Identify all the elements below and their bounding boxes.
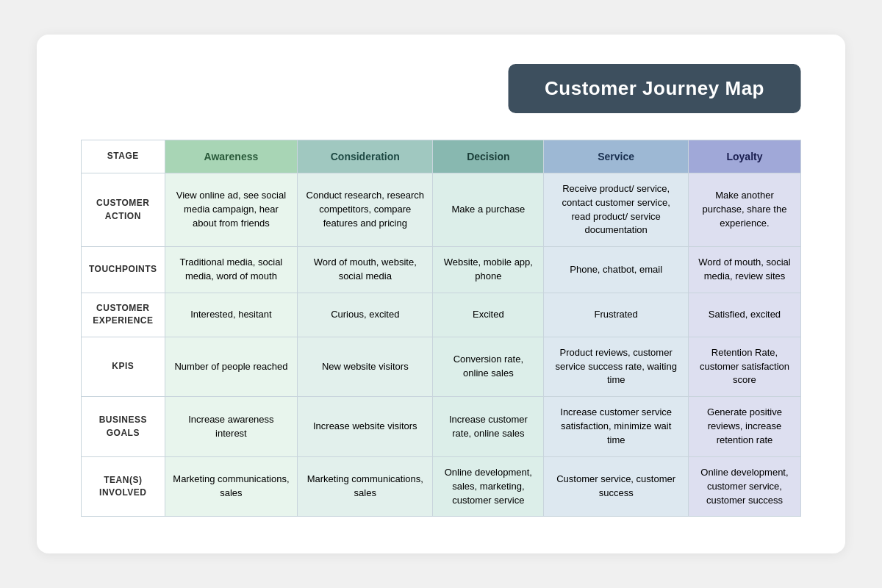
table-row: CUSTOMER ACTIONView online ad, see socia…: [82, 173, 801, 246]
table-row: CUSTOMER EXPERIENCEInterested, hesitantC…: [82, 293, 801, 337]
title-box: Customer Journey Map: [508, 64, 801, 113]
table-cell: Online development, sales, marketing, cu…: [433, 456, 544, 517]
col-header-service: Service: [544, 140, 689, 173]
journey-map-table: STAGE Awareness Consideration Decision S…: [81, 140, 801, 517]
table-cell: Increase customer rate, online sales: [433, 397, 544, 457]
stage-header: STAGE: [82, 140, 165, 173]
table-cell: Curious, excited: [298, 293, 433, 337]
table-cell: New website visitors: [298, 337, 433, 397]
table-cell: Customer service, customer success: [544, 456, 689, 517]
table-cell: Number of people reached: [165, 337, 298, 397]
table-row: KPISNumber of people reachedNew website …: [82, 337, 801, 397]
table-cell: Make a purchase: [433, 173, 544, 246]
table-cell: Marketing communications, sales: [165, 456, 298, 517]
table-cell: View online ad, see social media campaig…: [165, 173, 298, 246]
table-cell: Frustrated: [544, 293, 689, 337]
col-header-consideration: Consideration: [298, 140, 433, 173]
table-cell: Conduct research, research competitors, …: [298, 173, 433, 246]
row-label: CUSTOMER EXPERIENCE: [82, 293, 165, 337]
table-row: BUSINESS GOALSIncrease awareness interes…: [82, 397, 801, 457]
row-label: KPIS: [82, 337, 165, 397]
col-header-loyalty: Loyalty: [688, 140, 800, 173]
table-cell: Phone, chatbot, email: [544, 247, 689, 293]
table-cell: Marketing communications, sales: [298, 456, 433, 517]
row-label: TOUCHPOINTS: [82, 247, 165, 293]
table-cell: Word of mouth, social media, review site…: [688, 247, 800, 293]
page-container: Customer Journey Map STAGE Awareness Con…: [37, 35, 845, 554]
table-cell: Increase website visitors: [298, 397, 433, 457]
page-title: Customer Journey Map: [545, 77, 764, 100]
col-header-decision: Decision: [433, 140, 544, 173]
table-cell: Word of mouth, website, social media: [298, 247, 433, 293]
table-cell: Receive product/ service, contact custom…: [544, 173, 689, 246]
table-cell: Product reviews, customer service succes…: [544, 337, 689, 397]
table-cell: Conversion rate, online sales: [433, 337, 544, 397]
table-row: TOUCHPOINTSTraditional media, social med…: [82, 247, 801, 293]
row-label: TEAN(S) INVOLVED: [82, 456, 165, 517]
table-cell: Interested, hesitant: [165, 293, 298, 337]
row-label: BUSINESS GOALS: [82, 397, 165, 457]
table-cell: Make another purchase, share the experie…: [688, 173, 800, 246]
col-header-awareness: Awareness: [165, 140, 298, 173]
table-cell: Retention Rate, customer satisfaction sc…: [688, 337, 800, 397]
table-cell: Traditional media, social media, word of…: [165, 247, 298, 293]
table-cell: Generate positive reviews, increase rete…: [688, 397, 800, 457]
table-cell: Satisfied, excited: [688, 293, 800, 337]
table-cell: Increase awareness interest: [165, 397, 298, 457]
table-cell: Increase customer service satisfaction, …: [544, 397, 689, 457]
table-row: TEAN(S) INVOLVEDMarketing communications…: [82, 456, 801, 517]
table-cell: Website, mobile app, phone: [433, 247, 544, 293]
table-cell: Excited: [433, 293, 544, 337]
table-cell: Online development, customer service, cu…: [688, 456, 800, 517]
row-label: CUSTOMER ACTION: [82, 173, 165, 246]
